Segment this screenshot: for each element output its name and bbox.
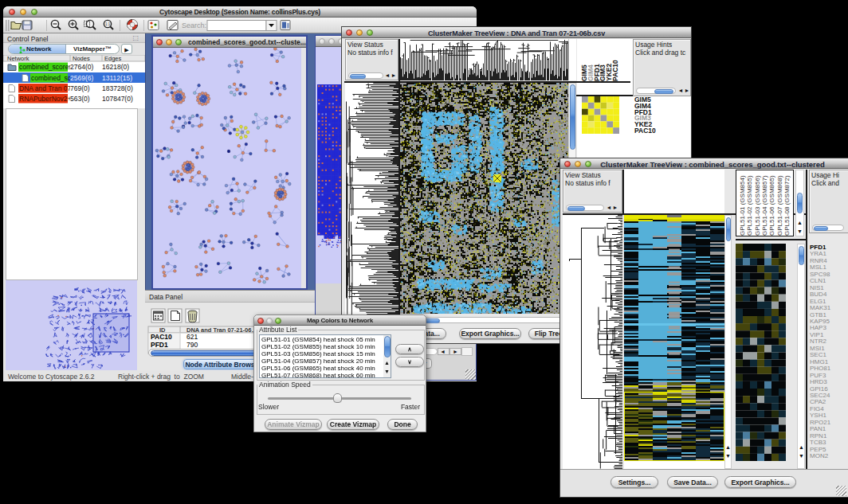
svg-text:Edges: Edges <box>104 55 122 62</box>
svg-text:790: 790 <box>186 341 198 349</box>
svg-text:2764(0): 2764(0) <box>70 63 93 71</box>
svg-text:16218(0): 16218(0) <box>102 63 129 71</box>
svg-text:Nodes: Nodes <box>73 55 90 62</box>
svg-text:769(0): 769(0) <box>70 84 90 92</box>
svg-text:13112(15): 13112(15) <box>102 74 132 82</box>
svg-text:PAC10: PAC10 <box>151 333 172 341</box>
svg-text:Network: Network <box>7 55 29 62</box>
svg-text:107847(0): 107847(0) <box>102 95 133 103</box>
svg-text:PFD1: PFD1 <box>151 341 168 349</box>
svg-text:DNA and Tran 07: DNA and Tran 07 <box>19 84 71 92</box>
svg-text:621: 621 <box>186 333 198 341</box>
svg-text:563(0): 563(0) <box>70 95 90 103</box>
svg-text:1:1: 1:1 <box>105 22 111 26</box>
svg-text:183728(0): 183728(0) <box>102 84 133 92</box>
svg-text:Search:: Search: <box>182 21 206 29</box>
svg-text:RNAPuberNov2+!: RNAPuberNov2+! <box>19 95 73 103</box>
svg-text:2569(6): 2569(6) <box>70 74 93 82</box>
